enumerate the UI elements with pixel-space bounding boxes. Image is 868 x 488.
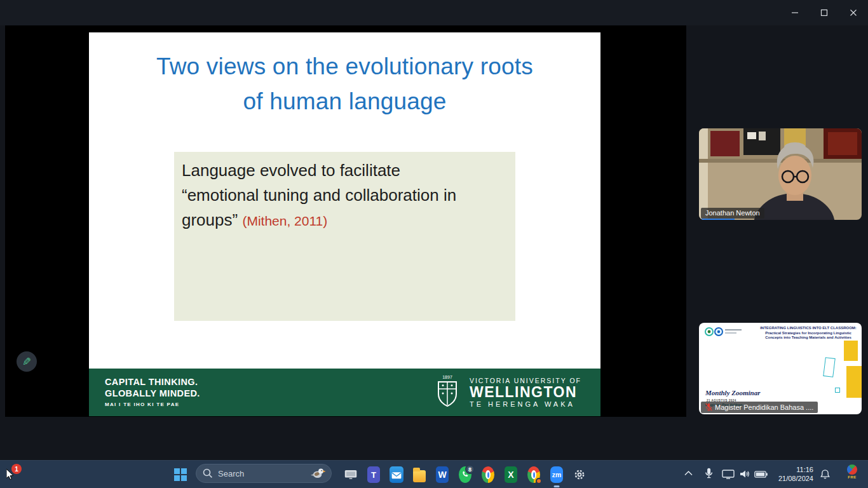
mouse-cursor xyxy=(6,469,15,480)
envelope-icon xyxy=(390,469,403,480)
meeting-main-area: Two views on the evolutionary roots of h… xyxy=(0,25,868,460)
shared-slide: Two views on the evolutionary roots of h… xyxy=(89,32,600,416)
decor-teal-outline xyxy=(823,357,836,377)
excel-icon: X xyxy=(505,466,517,483)
textbox-line3: groups” (Mithen, 2011) xyxy=(182,208,508,233)
university-shield-icon: 1897 xyxy=(434,374,461,410)
decor-yellow-rect xyxy=(844,341,858,361)
tray-clock[interactable]: 11:16 21/08/2024 xyxy=(771,465,813,483)
textbox-line2: “emotional tuning and collaboration in xyxy=(182,183,508,208)
thumbnail-event-title: Monthly Zoominar xyxy=(705,389,761,396)
chevron-up-icon xyxy=(684,470,693,476)
windows-taskbar: 1 Search xyxy=(0,460,868,488)
monitor-icon xyxy=(344,468,357,482)
tray-fre-app[interactable]: FRE xyxy=(841,464,863,480)
hidden-icons-chevron[interactable] xyxy=(684,470,693,476)
taskbar-app-chrome[interactable] xyxy=(478,464,498,485)
teams-icon: T xyxy=(367,466,380,483)
textbox-line1: Language evolved to facilitate xyxy=(182,158,508,183)
bell-icon xyxy=(820,469,831,480)
university-wordmark: VICTORIA UNIVERSITY OF WELLINGTON TE HER… xyxy=(470,377,581,408)
display-icon xyxy=(722,470,735,479)
zoom-meeting-window: Two views on the evolutionary roots of h… xyxy=(0,0,868,488)
fre-label: FRE xyxy=(848,475,857,479)
audio-indicator xyxy=(702,219,735,220)
annotate-button[interactable]: ✎ xyxy=(17,351,37,372)
profile-badge xyxy=(536,478,542,484)
word-icon: W xyxy=(436,466,449,483)
maximize-button[interactable] xyxy=(810,0,839,25)
slide-footer-banner: CAPITAL THINKING. GLOBALLY MINDED. MAI I… xyxy=(89,369,600,416)
battery-icon xyxy=(754,471,768,478)
close-icon xyxy=(850,9,857,17)
folder-icon xyxy=(413,470,426,482)
logo-year: 1897 xyxy=(442,375,452,379)
participant-name-label: Jonathan Newton xyxy=(701,208,764,219)
search-icon xyxy=(203,468,213,478)
mail-icon xyxy=(390,466,403,483)
microphone-icon xyxy=(704,468,714,480)
university-tagline: CAPITAL THINKING. GLOBALLY MINDED. MAI I… xyxy=(105,376,200,407)
participant-video-jonathan[interactable]: Jonathan Newton xyxy=(699,128,862,220)
decor-teal-square xyxy=(835,388,840,393)
zoom-icon: zm xyxy=(550,466,563,483)
taskbar-app-whatsapp[interactable]: 8 xyxy=(455,464,475,485)
decor-yellow-rect xyxy=(846,366,862,398)
taskbar-app-zoom[interactable]: zm xyxy=(546,464,567,485)
chrome-icon xyxy=(527,466,540,483)
speaker-icon xyxy=(740,470,750,478)
participant-video-magister[interactable]: INTEGRATING LINGUISTICS INTO ELT CLASSRO… xyxy=(699,323,862,414)
organizer-logos-icon xyxy=(704,325,749,338)
tray-speaker[interactable] xyxy=(740,470,750,478)
search-highlight-bird-icon xyxy=(311,466,326,480)
slide-title: Two views on the evolutionary roots of h… xyxy=(89,49,600,119)
chrome-icon xyxy=(482,466,494,483)
taskbar-search[interactable]: Search xyxy=(196,464,332,483)
taskbar-app-file-explorer[interactable] xyxy=(409,464,430,485)
slide-title-line1: Two views on the evolutionary roots xyxy=(89,49,600,84)
whatsapp-icon: 8 xyxy=(459,466,471,483)
close-button[interactable] xyxy=(839,0,868,25)
webcam-scene xyxy=(699,128,862,220)
taskbar-app-display[interactable] xyxy=(341,464,361,485)
participant-name-label: Magister Pendidikan Bahasa .... xyxy=(701,402,818,413)
gear-icon xyxy=(573,466,586,483)
university-logo-block: 1897 VICTORIA UNIVERSITY OF WELLINGTON T… xyxy=(434,374,581,410)
tray-battery[interactable] xyxy=(754,471,768,478)
taskbar-app-teams[interactable]: T xyxy=(363,464,384,485)
maximize-icon xyxy=(820,9,828,17)
mic-muted-icon xyxy=(705,403,712,411)
taskbar-app-chrome-profile[interactable] xyxy=(524,464,544,485)
tray-time: 11:16 xyxy=(771,465,813,474)
fre-app-icon xyxy=(847,464,857,475)
tray-notifications[interactable] xyxy=(820,469,831,480)
taskbar-app-settings[interactable] xyxy=(569,464,590,485)
window-titlebar xyxy=(0,0,868,25)
taskbar-app-word[interactable]: W xyxy=(432,464,452,485)
whatsapp-badge: 8 xyxy=(465,464,475,474)
slide-textbox: Language evolved to facilitate “emotiona… xyxy=(174,152,515,321)
windows-logo-icon xyxy=(174,468,187,481)
taskbar-app-excel[interactable]: X xyxy=(501,464,521,485)
taskbar-app-mail[interactable] xyxy=(386,464,407,485)
tray-microphone[interactable] xyxy=(704,468,714,480)
tray-cast[interactable] xyxy=(722,470,735,479)
thumbnail-slide-heading: INTEGRATING LINGUISTICS INTO ELT CLASSRO… xyxy=(757,326,859,341)
running-app-indicator xyxy=(554,485,560,487)
citation-text: (Mithen, 2011) xyxy=(242,214,327,228)
tray-date: 21/08/2024 xyxy=(771,474,813,483)
search-label: Search xyxy=(218,469,311,478)
window-controls xyxy=(780,0,868,25)
start-button[interactable] xyxy=(170,464,191,485)
minimize-icon xyxy=(791,9,799,17)
slide-title-line2: of human language xyxy=(89,84,600,119)
minimize-button[interactable] xyxy=(780,0,810,25)
pencil-icon: ✎ xyxy=(22,356,31,367)
